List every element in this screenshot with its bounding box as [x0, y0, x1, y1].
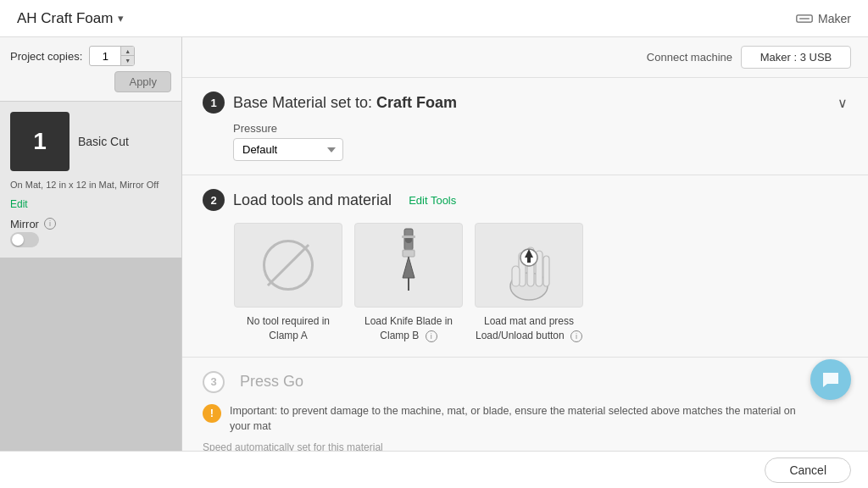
copies-input-wrap: ▲ ▼: [89, 46, 135, 66]
step1-title-text: Base Material set to:: [233, 94, 376, 111]
step1-title: Base Material set to: Craft Foam: [233, 94, 457, 112]
connect-machine-button[interactable]: Maker : 3 USB: [741, 46, 851, 69]
maker-icon: [796, 13, 813, 25]
step2-section: 2 Load tools and material Edit Tools No …: [182, 175, 868, 358]
step2-number: 2: [210, 194, 216, 207]
toggle-knob: [12, 234, 24, 246]
pressure-select[interactable]: Default More Less: [233, 138, 343, 161]
maker-text: Maker: [818, 12, 851, 25]
mirror-info-icon[interactable]: i: [44, 218, 56, 230]
tool-card-clamp-b: Load Knife Blade inClamp B i: [353, 223, 464, 343]
step2-title-row: 2 Load tools and material Edit Tools: [203, 189, 456, 211]
project-copies-row: Project copies: ▲ ▼: [10, 46, 171, 66]
step3-title: Press Go: [240, 373, 303, 391]
tool-card-load-mat: Load mat and pressLoad/Unload button i: [474, 223, 584, 343]
knife-blade-icon: [379, 227, 438, 303]
copies-increment-button[interactable]: ▲: [120, 47, 134, 56]
step2-circle: 2: [203, 189, 225, 211]
maker-label-area: Maker: [796, 12, 851, 25]
svg-rect-12: [543, 256, 549, 286]
step1-title-row: 1 Base Material set to: Craft Foam: [203, 92, 457, 114]
mat-number: 1: [33, 128, 47, 155]
svg-rect-7: [402, 236, 415, 238]
tool-card-clamp-a: No tool required inClamp A: [233, 223, 343, 343]
step1-section: 1 Base Material set to: Craft Foam ∨ Pre…: [182, 78, 868, 175]
edit-tools-link[interactable]: Edit Tools: [409, 194, 456, 207]
copies-spinners: ▲ ▼: [120, 47, 134, 65]
apply-button[interactable]: Apply: [114, 71, 171, 92]
mat-edit-link[interactable]: Edit: [10, 198, 28, 210]
step1-collapse-icon[interactable]: ∨: [837, 95, 848, 111]
step1-number: 1: [210, 97, 216, 109]
warning-box: ! Important: to prevent damage to the ma…: [203, 403, 848, 435]
svg-rect-16: [527, 256, 531, 263]
tool-label-load-mat: Load mat and pressLoad/Unload button i: [476, 314, 582, 343]
tool-label-clamp-b: Load Knife Blade inClamp B i: [364, 314, 453, 343]
step3-number: 3: [210, 375, 216, 388]
title-chevron-icon[interactable]: ▾: [118, 12, 124, 25]
step3-circle: 3: [203, 371, 225, 393]
load-mat-info-icon[interactable]: i: [570, 330, 582, 342]
bottom-bar: Cancel: [0, 451, 868, 488]
top-bar: AH Craft Foam ▾ Maker: [0, 0, 868, 37]
copies-input[interactable]: [90, 48, 120, 64]
app-title: AH Craft Foam: [17, 10, 113, 27]
warning-text: Important: to prevent damage to the mach…: [230, 403, 806, 435]
connect-machine-label: Connect machine: [647, 51, 732, 64]
svg-marker-4: [403, 257, 415, 278]
mirror-row: Mirror i: [10, 218, 171, 230]
sidebar-top-panel: Project copies: ▲ ▼ Apply: [0, 37, 181, 102]
project-copies-label: Project copies:: [10, 50, 82, 63]
step1-material: Craft Foam: [376, 94, 457, 111]
mat-info-text: On Mat, 12 in x 12 in Mat, Mirror Off: [10, 178, 171, 192]
svg-rect-13: [512, 266, 520, 286]
tool-img-load-mat: [475, 223, 583, 308]
cancel-button[interactable]: Cancel: [765, 458, 851, 483]
step2-title: Load tools and material: [233, 191, 392, 209]
step2-header: 2 Load tools and material Edit Tools: [203, 189, 848, 211]
copies-decrement-button[interactable]: ▼: [120, 56, 134, 65]
app-title-area: AH Craft Foam ▾: [17, 10, 124, 27]
step3-section: 3 Press Go ! Important: to prevent damag…: [182, 358, 868, 451]
main-layout: Project copies: ▲ ▼ Apply 1 Basic Cut On…: [0, 37, 868, 451]
mirror-label: Mirror: [10, 218, 39, 230]
connect-machine-bar: Connect machine Maker : 3 USB: [182, 37, 868, 78]
mat-cut-label: Basic Cut: [78, 135, 129, 148]
content-area: Connect machine Maker : 3 USB 1 Base Mat…: [182, 37, 868, 451]
warning-icon: !: [203, 404, 221, 423]
mirror-toggle[interactable]: [10, 232, 39, 247]
speed-note: Speed automatically set for this materia…: [203, 441, 848, 451]
pressure-label: Pressure: [233, 122, 848, 135]
sidebar: Project copies: ▲ ▼ Apply 1 Basic Cut On…: [0, 37, 182, 451]
mat-preview: 1 Basic Cut: [10, 112, 171, 171]
tool-label-clamp-a: No tool required inClamp A: [247, 314, 330, 343]
step3-title-row: 3 Press Go: [203, 371, 848, 393]
step1-circle: 1: [203, 92, 225, 114]
tools-row: No tool required inClamp A: [233, 223, 848, 343]
tool-img-clamp-a: [234, 223, 342, 308]
mat-thumbnail: 1: [10, 112, 70, 171]
chat-icon: [821, 371, 840, 388]
chat-button[interactable]: [810, 359, 851, 400]
step1-header: 1 Base Material set to: Craft Foam ∨: [203, 92, 848, 114]
mat-item: 1 Basic Cut On Mat, 12 in x 12 in Mat, M…: [0, 102, 181, 258]
clamp-b-info-icon[interactable]: i: [426, 330, 437, 342]
load-mat-icon: [495, 227, 563, 303]
no-tool-icon: [263, 240, 314, 291]
sidebar-bottom-area: [0, 258, 181, 452]
tool-img-clamp-b: [354, 223, 463, 308]
